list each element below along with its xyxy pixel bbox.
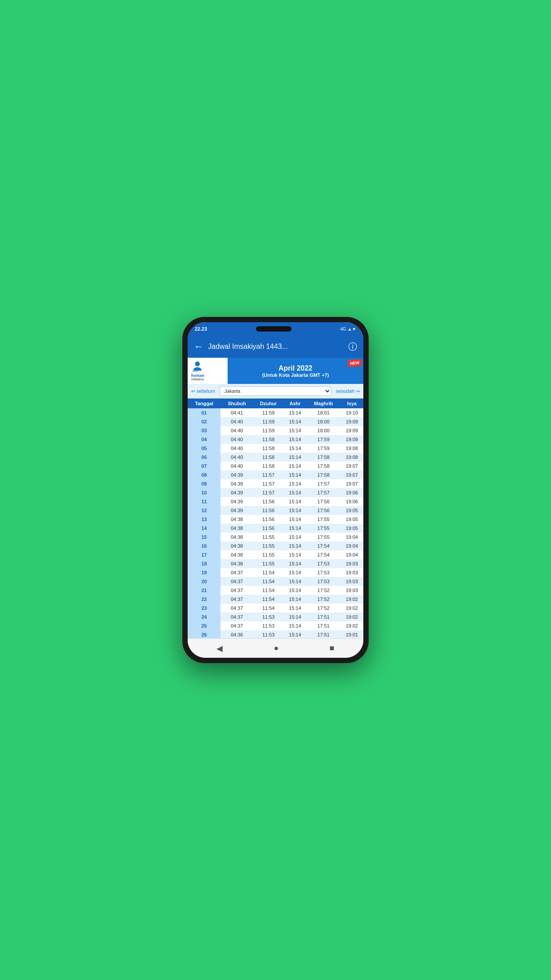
nav-back-button[interactable]: ◀ bbox=[216, 644, 223, 653]
table-row: 0804:3911:5715:1417:5819:07 bbox=[188, 470, 363, 479]
table-cell: 04:38 bbox=[220, 524, 253, 533]
table-cell: 04:38 bbox=[220, 541, 253, 550]
table-cell: 13 bbox=[188, 515, 220, 524]
table-cell: 17:56 bbox=[307, 506, 341, 515]
table-cell: 17:55 bbox=[307, 533, 341, 541]
back-button[interactable]: ← bbox=[194, 341, 204, 352]
table-cell: 17 bbox=[188, 550, 220, 559]
table-cell: 04:39 bbox=[220, 488, 253, 497]
table-row: 1104:3911:5615:1417:5619:06 bbox=[188, 497, 363, 506]
month-subtitle: (Untuk Kota Jakarta GMT +7) bbox=[262, 372, 329, 378]
table-cell: 17:53 bbox=[307, 568, 341, 577]
app-title: Jadwal Imsakiyah 1443... bbox=[208, 343, 348, 351]
table-cell: 21 bbox=[188, 586, 220, 595]
subtitle-prefix: (Untuk Kota bbox=[262, 372, 291, 378]
table-cell: 04:40 bbox=[220, 453, 253, 462]
table-cell: 11:59 bbox=[253, 426, 284, 435]
table-cell: 11:54 bbox=[253, 595, 284, 604]
table-cell: 15:14 bbox=[283, 630, 307, 638]
status-icons: 4G ▲▼ bbox=[340, 327, 356, 332]
info-button[interactable]: ⓘ bbox=[348, 341, 357, 353]
table-cell: 17:54 bbox=[307, 550, 341, 559]
col-ashr: Ashr bbox=[283, 399, 307, 408]
table-cell: 15:14 bbox=[283, 479, 307, 488]
table-cell: 15:14 bbox=[283, 470, 307, 479]
table-cell: 19:02 bbox=[340, 612, 363, 621]
table-cell: 15:14 bbox=[283, 417, 307, 426]
table-row: 1304:3811:5615:1417:5519:05 bbox=[188, 515, 363, 524]
table-cell: 19:07 bbox=[340, 462, 363, 470]
table-cell: 04:37 bbox=[220, 586, 253, 595]
col-shubuh: Shubuh bbox=[220, 399, 253, 408]
table-row: 2604:3611:5315:1417:5119:01 bbox=[188, 630, 363, 638]
table-cell: 15:14 bbox=[283, 595, 307, 604]
table-cell: 17:59 bbox=[307, 435, 341, 444]
table-row: 1504:3811:5515:1417:5519:04 bbox=[188, 533, 363, 541]
table-cell: 19:04 bbox=[340, 550, 363, 559]
table-cell: 16 bbox=[188, 541, 220, 550]
table-row: 1604:3811:5515:1417:5419:04 bbox=[188, 541, 363, 550]
table-cell: 11:56 bbox=[253, 524, 284, 533]
table-cell: 15:14 bbox=[283, 488, 307, 497]
table-cell: 15:14 bbox=[283, 533, 307, 541]
table-row: 2504:3711:5315:1417:5119:02 bbox=[188, 621, 363, 630]
table-cell: 11:58 bbox=[253, 453, 284, 462]
table-cell: 05 bbox=[188, 444, 220, 453]
table-cell: 17:58 bbox=[307, 462, 341, 470]
table-cell: 17:54 bbox=[307, 541, 341, 550]
table-cell: 04:37 bbox=[220, 595, 253, 604]
col-tanggal: Tanggal bbox=[188, 399, 220, 408]
nav-recent-button[interactable]: ■ bbox=[330, 644, 335, 653]
table-cell: 04 bbox=[188, 435, 220, 444]
svg-text:human: human bbox=[192, 370, 198, 372]
table-cell: 14 bbox=[188, 524, 220, 533]
prayer-table: Tanggal Shubuh Dzuhur Ashr Maghrib Isya … bbox=[188, 399, 363, 638]
table-row: 0704:4011:5815:1417:5819:07 bbox=[188, 462, 363, 470]
table-cell: 04:39 bbox=[220, 497, 253, 506]
new-badge: NEW bbox=[347, 359, 362, 368]
table-row: 2404:3711:5315:1417:5119:02 bbox=[188, 612, 363, 621]
app-bar: ← Jadwal Imsakiyah 1443... ⓘ bbox=[188, 336, 363, 358]
nav-home-button[interactable]: ● bbox=[274, 644, 279, 653]
content-area: human human initiative April 2022 (Untuk… bbox=[188, 358, 363, 638]
table-row: 0904:3911:5715:1417:5719:07 bbox=[188, 479, 363, 488]
table-cell: 11:58 bbox=[253, 435, 284, 444]
table-cell: 19:07 bbox=[340, 479, 363, 488]
table-cell: 11:58 bbox=[253, 462, 284, 470]
table-cell: 17:58 bbox=[307, 470, 341, 479]
table-cell: 17:51 bbox=[307, 621, 341, 630]
table-cell: 22 bbox=[188, 595, 220, 604]
city-select[interactable]: Jakarta Bandung Surabaya Medan Makassar bbox=[220, 386, 332, 396]
table-cell: 12 bbox=[188, 506, 220, 515]
table-row: 1804:3811:5515:1417:5319:03 bbox=[188, 559, 363, 568]
table-cell: 19:05 bbox=[340, 515, 363, 524]
table-cell: 19:09 bbox=[340, 417, 363, 426]
logo-text-initiative: initiative bbox=[191, 378, 204, 381]
table-cell: 15:14 bbox=[283, 497, 307, 506]
status-time: 22.23 bbox=[195, 326, 207, 332]
table-cell: 04:39 bbox=[220, 479, 253, 488]
table-cell: 11:54 bbox=[253, 577, 284, 586]
table-cell: 11:54 bbox=[253, 568, 284, 577]
table-cell: 19:09 bbox=[340, 435, 363, 444]
table-cell: 19:07 bbox=[340, 470, 363, 479]
table-cell: 17:52 bbox=[307, 595, 341, 604]
table-cell: 11:56 bbox=[253, 506, 284, 515]
prev-month-button[interactable]: ⇐ sebelum bbox=[191, 388, 215, 394]
human-initiative-logo: human bbox=[191, 360, 204, 373]
table-cell: 15 bbox=[188, 533, 220, 541]
svg-point-0 bbox=[195, 361, 200, 366]
table-cell: 15:14 bbox=[283, 604, 307, 612]
table-cell: 15:14 bbox=[283, 524, 307, 533]
month-title: April 2022 bbox=[279, 364, 312, 372]
next-month-button[interactable]: sesudah ⇒ bbox=[336, 388, 360, 394]
table-cell: 18 bbox=[188, 559, 220, 568]
table-cell: 15:14 bbox=[283, 559, 307, 568]
table-cell: 15:14 bbox=[283, 550, 307, 559]
city-row: ⇐ sebelum Jakarta Bandung Surabaya Medan… bbox=[188, 384, 363, 399]
month-info: April 2022 (Untuk Kota Jakarta GMT +7) bbox=[228, 358, 363, 384]
table-cell: 25 bbox=[188, 621, 220, 630]
table-cell: 15:14 bbox=[283, 577, 307, 586]
table-cell: 17:52 bbox=[307, 604, 341, 612]
table-cell: 15:14 bbox=[283, 586, 307, 595]
